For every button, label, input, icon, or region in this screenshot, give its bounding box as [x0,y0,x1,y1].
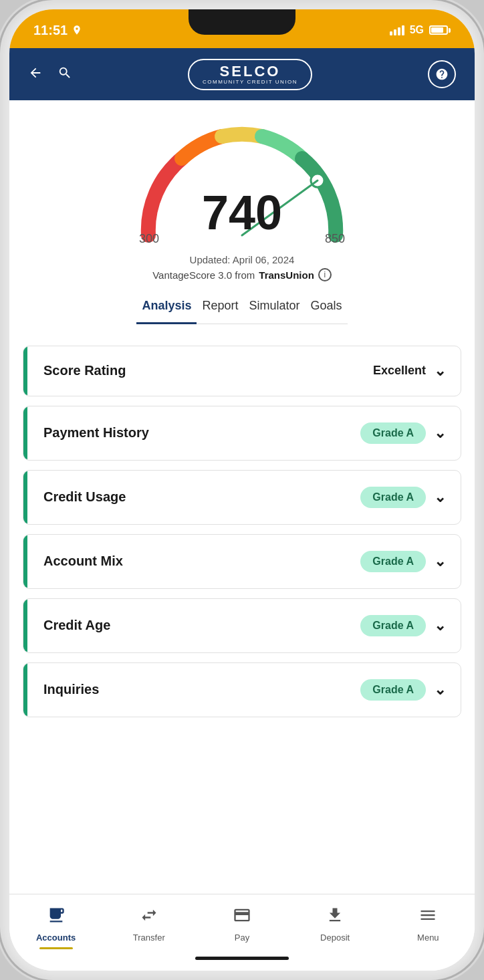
tab-analysis[interactable]: Analysis [136,289,197,324]
nav-transfer[interactable]: Transfer [126,906,172,943]
credit-age-right: Grade A ⌄ [360,615,446,636]
nav-pay[interactable]: Pay [219,906,265,943]
deposit-label: Deposit [320,933,350,943]
accounts-icon [47,906,66,929]
credit-age-chevron: ⌄ [434,617,446,634]
payment-history-card[interactable]: Payment History Grade A ⌄ [23,406,461,461]
gauge-section: 740 300 850 Updated: April 06, 2024 Vant… [9,100,475,335]
time-display: 11:51 [33,23,68,38]
nav-menu[interactable]: Menu [404,906,451,943]
credit-usage-grade: Grade A [360,487,426,508]
logo-text: SELCO [203,64,297,79]
app-header: SELCO COMMUNITY CREDIT UNION [9,48,475,100]
nav-deposit[interactable]: Deposit [312,906,358,943]
logo-box: SELCO COMMUNITY CREDIT UNION [188,59,312,90]
tab-report[interactable]: Report [197,289,243,324]
payment-history-title: Payment History [38,425,149,441]
network-type: 5G [410,24,424,36]
credit-age-grade: Grade A [360,615,426,636]
credit-usage-right: Grade A ⌄ [360,487,446,508]
battery-icon [429,25,451,35]
account-mix-title: Account Mix [38,554,123,569]
pay-icon [233,906,251,929]
tab-simulator[interactable]: Simulator [244,289,306,324]
account-mix-grade: Grade A [360,551,426,572]
score-rating-right: Excellent ⌄ [373,362,446,380]
payment-history-right: Grade A ⌄ [360,422,446,444]
menu-label: Menu [417,933,439,943]
gauge-min: 300 [139,232,159,246]
logo-sub: COMMUNITY CREDIT UNION [203,79,297,85]
score-rating-value: Excellent [373,364,426,378]
transfer-label: Transfer [133,933,165,943]
location-icon [72,25,82,35]
credit-age-title: Credit Age [38,618,110,633]
score-rating-card[interactable]: Score Rating Excellent ⌄ [23,346,461,396]
inquiries-right: Grade A ⌄ [360,679,446,701]
signal-bars [390,25,404,35]
back-button[interactable] [28,66,43,83]
inquiries-title: Inquiries [38,682,99,697]
score-rating-chevron: ⌄ [434,362,446,380]
credit-age-card[interactable]: Credit Age Grade A ⌄ [23,598,461,653]
credit-usage-card[interactable]: Credit Usage Grade A ⌄ [23,470,461,525]
logo-container: SELCO COMMUNITY CREDIT UNION [72,59,428,90]
home-bar [9,951,475,971]
transfer-icon [140,906,158,929]
help-button[interactable] [428,60,456,88]
tabs: Analysis Report Simulator Goals [136,289,347,324]
credit-usage-chevron: ⌄ [434,489,446,506]
cards-section: Score Rating Excellent ⌄ Payment History… [9,335,475,728]
inquiries-card[interactable]: Inquiries Grade A ⌄ [23,662,461,717]
status-icons: 5G [390,24,451,36]
search-button[interactable] [57,66,72,83]
status-time: 11:51 [33,23,82,38]
account-mix-chevron: ⌄ [434,553,446,570]
phone-inner: 11:51 5G [9,9,475,971]
account-mix-right: Grade A ⌄ [360,551,446,572]
home-bar-line [195,957,289,960]
pay-label: Pay [235,933,249,943]
vantage-brand: TransUnion [259,269,314,281]
vantage-prefix: VantageScore 3.0 from [152,269,255,281]
payment-history-chevron: ⌄ [434,424,446,442]
gauge-wrapper: 740 300 850 [128,122,356,249]
score-rating-title: Score Rating [38,363,126,378]
menu-icon [418,906,437,929]
main-content: 740 300 850 Updated: April 06, 2024 Vant… [9,100,475,894]
credit-usage-title: Credit Usage [38,489,126,505]
inquiries-grade: Grade A [360,679,426,701]
gauge-score: 740 [202,189,282,237]
vantage-text: VantageScore 3.0 from TransUnion i [152,268,332,281]
notch [189,9,295,35]
updated-text: Updated: April 06, 2024 [190,254,295,265]
header-left [28,66,72,83]
payment-history-grade: Grade A [360,422,426,444]
inquiries-chevron: ⌄ [434,681,446,699]
info-button[interactable]: i [318,268,332,281]
account-mix-card[interactable]: Account Mix Grade A ⌄ [23,534,461,589]
gauge-max: 850 [325,232,345,246]
tab-goals[interactable]: Goals [306,289,348,324]
bottom-nav: Accounts Transfer Pay Deposit [9,894,475,951]
phone-frame: 11:51 5G [0,0,484,980]
deposit-icon [326,906,344,929]
accounts-label: Accounts [36,933,76,943]
nav-accounts[interactable]: Accounts [33,906,80,943]
